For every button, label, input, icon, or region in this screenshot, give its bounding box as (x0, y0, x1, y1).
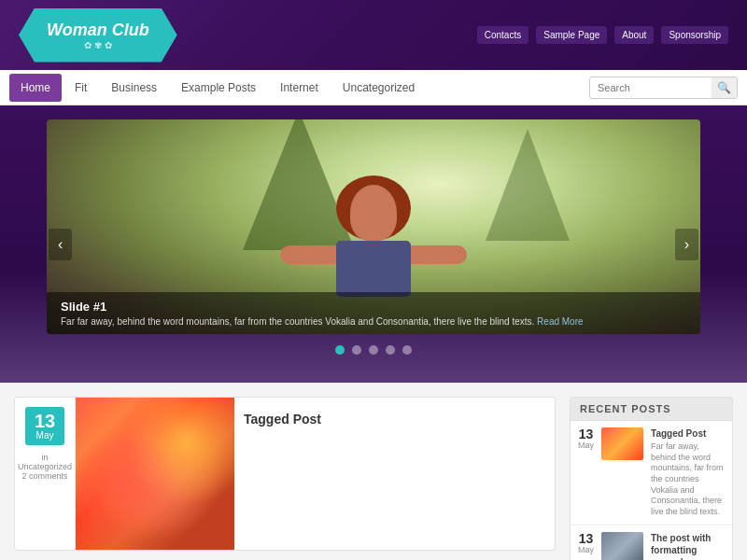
post-image-area (76, 398, 234, 550)
post-title[interactable]: Tagged Post (244, 412, 545, 427)
recent-title-2[interactable]: The post with formatting example (651, 532, 725, 560)
post-category-text: in Uncategorized (18, 453, 72, 471)
slider-container: Slide #1 Far far away, behind the word m… (47, 119, 700, 334)
recent-month-2: May (578, 545, 594, 554)
recent-date-1: 13 May (578, 427, 594, 450)
recent-thumb-1 (601, 427, 643, 460)
top-nav-sponsorship[interactable]: Sponsorship (661, 26, 728, 44)
main-nav: Home Fit Business Example Posts Internet… (0, 70, 747, 105)
post-item: 13 May in Uncategorized 2 comments Tagge… (15, 398, 555, 550)
logo-decoration: ✿ ✾ ✿ (84, 40, 112, 50)
recent-title-1[interactable]: Tagged Post (651, 427, 725, 440)
recent-day-1: 13 (578, 427, 594, 441)
thumb-makeup-icon (601, 427, 643, 460)
recent-excerpt-1: Far far away, behind the word mountains,… (651, 441, 725, 518)
dot-2[interactable] (352, 345, 361, 355)
post-month: May (35, 430, 55, 441)
dot-3[interactable] (369, 345, 378, 355)
person-arms (280, 245, 467, 264)
post-text-area: Tagged Post (234, 398, 555, 550)
logo-badge: Woman Club ✿ ✾ ✿ (19, 8, 177, 63)
slide-read-more[interactable]: Read More (537, 316, 583, 327)
nav-business[interactable]: Business (100, 74, 168, 102)
content-section: 13 May in Uncategorized 2 comments Tagge… (0, 383, 747, 560)
person-hair (336, 175, 411, 241)
post-comments: 2 comments (18, 471, 72, 481)
slider-next-button[interactable]: › (675, 229, 698, 260)
sidebar: RECENT POSTS 13 May Tagged Post Far far … (570, 397, 733, 551)
post-day: 13 (35, 412, 55, 430)
makeup-background (76, 398, 234, 550)
top-nav-contacts[interactable]: Contacts (477, 26, 529, 44)
post-date-box: 13 May (25, 407, 64, 445)
recent-info-1: Tagged Post Far far away, behind the wor… (651, 427, 725, 518)
search-input[interactable] (590, 80, 712, 95)
slider-dots (47, 345, 700, 355)
recent-day-2: 13 (578, 532, 594, 545)
tree2-decoration (486, 129, 570, 241)
widget-title: RECENT POSTS (571, 398, 732, 421)
logo-text: Woman Club (47, 21, 149, 40)
slide-excerpt-text: Far far away, behind the word mountains,… (61, 316, 534, 327)
recent-date-2: 13 May (578, 532, 594, 554)
dot-4[interactable] (386, 345, 395, 355)
search-wrapper: 🔍 (589, 77, 738, 99)
recent-info-2: The post with formatting example Header … (651, 532, 725, 560)
nav-internet[interactable]: Internet (269, 74, 330, 102)
header: Woman Club ✿ ✾ ✿ Contacts Sample Page Ab… (0, 0, 747, 70)
person-illustration (336, 185, 411, 297)
top-nav: Contacts Sample Page About Sponsorship (477, 26, 728, 44)
dot-5[interactable] (402, 345, 412, 355)
nav-fit[interactable]: Fit (63, 74, 98, 102)
nav-example-posts[interactable]: Example Posts (170, 74, 267, 102)
recent-posts-widget: RECENT POSTS 13 May Tagged Post Far far … (570, 397, 733, 560)
post-date-sidebar: 13 May in Uncategorized 2 comments (15, 398, 76, 550)
nav-uncategorized[interactable]: Uncategorized (331, 74, 426, 102)
post-category: in Uncategorized 2 comments (18, 453, 72, 481)
recent-post-2: 13 May The post with formatting example … (571, 525, 732, 560)
thumb-car-icon (601, 532, 643, 560)
slider-prev-button[interactable]: ‹ (49, 229, 72, 260)
slide-caption: Slide #1 Far far away, behind the word m… (47, 292, 700, 334)
slider-section: ‹ Slide #1 Far far away, behind the word… (0, 105, 747, 383)
slide-text: Far far away, behind the word mountains,… (61, 316, 686, 327)
dot-1[interactable] (335, 345, 345, 355)
recent-post-1: 13 May Tagged Post Far far away, behind … (571, 421, 732, 525)
nav-links: Home Fit Business Example Posts Internet… (9, 74, 589, 102)
person-body (336, 241, 411, 297)
nav-home[interactable]: Home (9, 74, 62, 102)
top-nav-sample[interactable]: Sample Page (536, 26, 607, 44)
slide-title: Slide #1 (61, 300, 686, 314)
main-content: 13 May in Uncategorized 2 comments Tagge… (14, 397, 556, 551)
person-head (350, 185, 397, 241)
search-button[interactable]: 🔍 (712, 77, 737, 98)
recent-thumb-2 (601, 532, 643, 560)
top-nav-about[interactable]: About (614, 26, 654, 44)
recent-month-1: May (578, 441, 594, 450)
